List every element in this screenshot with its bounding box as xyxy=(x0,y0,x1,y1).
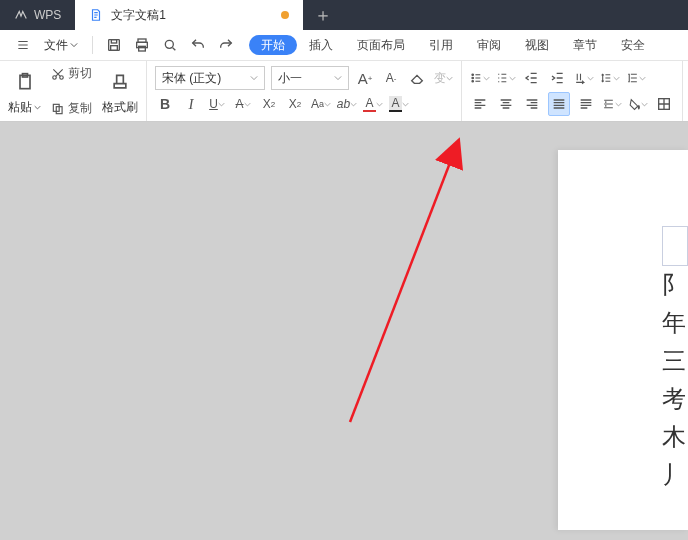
para-spacing-button[interactable] xyxy=(602,93,622,115)
print-button[interactable] xyxy=(133,36,151,54)
tab-references[interactable]: 引用 xyxy=(417,30,465,60)
line-spacing-button[interactable] xyxy=(600,67,620,89)
svg-rect-1 xyxy=(111,40,116,43)
align-dist-icon xyxy=(578,96,594,112)
file-menu[interactable]: 文件 xyxy=(38,37,84,54)
text-effect-button[interactable]: ab xyxy=(337,93,357,115)
tab-view[interactable]: 视图 xyxy=(513,30,561,60)
change-case-button[interactable]: Aa xyxy=(311,93,331,115)
save-button[interactable] xyxy=(105,36,123,54)
format-brush-label: 格式刷 xyxy=(102,98,138,117)
font-name-select[interactable]: 宋体 (正文) xyxy=(155,66,265,90)
document-tab[interactable]: 文字文稿1 xyxy=(75,0,303,30)
eraser-icon xyxy=(409,70,425,86)
para-space-icon xyxy=(602,96,615,112)
tab-icon xyxy=(626,70,639,86)
copy-icon xyxy=(51,102,65,116)
bold-button[interactable]: B xyxy=(155,93,175,115)
italic-button[interactable]: I xyxy=(181,93,201,115)
strikethrough-button[interactable]: A xyxy=(233,93,253,115)
grow-font-button[interactable]: A+ xyxy=(355,67,375,89)
page-content: 阝 年 三 考 木 丿 xyxy=(662,226,688,494)
scissors-icon xyxy=(51,67,65,81)
file-menu-label: 文件 xyxy=(44,37,68,54)
svg-point-14 xyxy=(472,77,474,79)
unsaved-dot-icon xyxy=(281,11,289,19)
decrease-indent-button[interactable] xyxy=(522,67,542,89)
document-page[interactable]: 阝 年 三 考 木 丿 xyxy=(558,150,688,530)
tab-security[interactable]: 安全 xyxy=(609,30,657,60)
font-size-select[interactable]: 小一 xyxy=(271,66,349,90)
text-direction-button[interactable] xyxy=(574,67,594,89)
align-right-button[interactable] xyxy=(522,93,542,115)
font-color-button[interactable]: A xyxy=(363,93,383,115)
superscript-button[interactable]: X2 xyxy=(259,93,279,115)
svg-rect-2 xyxy=(111,46,118,51)
svg-point-13 xyxy=(472,74,474,76)
paste-label[interactable]: 粘贴 xyxy=(8,98,41,117)
group-font: 宋体 (正文) 小一 A+ A- 变 B I U A X2 X2 Aa xyxy=(147,61,462,121)
separator xyxy=(92,36,93,54)
cut-button[interactable]: 剪切 xyxy=(49,65,94,82)
bullets-icon xyxy=(470,70,483,86)
chevron-down-icon xyxy=(334,71,342,85)
svg-point-15 xyxy=(472,80,474,82)
app-name: WPS xyxy=(34,8,61,22)
tab-insert[interactable]: 插入 xyxy=(297,30,345,60)
align-justify-button[interactable] xyxy=(548,92,570,116)
paste-button[interactable] xyxy=(8,65,41,98)
borders-button[interactable] xyxy=(654,93,674,115)
border-icon xyxy=(656,96,672,112)
tab-section[interactable]: 章节 xyxy=(561,30,609,60)
text-dir-icon xyxy=(574,70,587,86)
shrink-font-button[interactable]: A- xyxy=(381,67,401,89)
chevron-down-icon xyxy=(250,71,258,85)
align-left-button[interactable] xyxy=(470,93,490,115)
numbering-icon xyxy=(496,70,509,86)
tab-start[interactable]: 开始 xyxy=(249,35,297,55)
align-justify-icon xyxy=(551,96,567,112)
underline-button[interactable]: U xyxy=(207,93,227,115)
hamburger-button[interactable] xyxy=(10,38,36,52)
group-clipboard: 粘贴 剪切 复制 格式刷 xyxy=(0,61,147,121)
svg-line-17 xyxy=(350,142,458,422)
new-tab-button[interactable]: ＋ xyxy=(303,0,343,30)
redo-button[interactable] xyxy=(217,36,235,54)
highlight-button[interactable]: A xyxy=(389,93,409,115)
dec-indent-icon xyxy=(524,70,540,86)
line-space-icon xyxy=(600,70,613,86)
align-center-icon xyxy=(498,96,514,112)
phonetic-guide-button[interactable]: 变 xyxy=(433,67,453,89)
chevron-down-icon xyxy=(34,104,41,111)
shading-button[interactable] xyxy=(628,93,648,115)
copy-button[interactable]: 复制 xyxy=(49,100,94,117)
subscript-button[interactable]: X2 xyxy=(285,93,305,115)
tab-pagelayout[interactable]: 页面布局 xyxy=(345,30,417,60)
doc-tab-label: 文字文稿1 xyxy=(111,7,273,24)
clear-format-button[interactable] xyxy=(407,67,427,89)
bullets-button[interactable] xyxy=(470,67,490,89)
print-preview-button[interactable] xyxy=(161,36,179,54)
align-distributed-button[interactable] xyxy=(576,93,596,115)
format-brush-button[interactable] xyxy=(102,65,138,98)
align-left-icon xyxy=(472,96,488,112)
tab-review[interactable]: 审阅 xyxy=(465,30,513,60)
svg-point-6 xyxy=(165,40,173,48)
bucket-icon xyxy=(628,96,641,112)
tab-stops-button[interactable] xyxy=(626,67,646,89)
align-right-icon xyxy=(524,96,540,112)
align-center-button[interactable] xyxy=(496,93,516,115)
group-paragraph xyxy=(462,61,683,121)
wps-logo: WPS xyxy=(0,0,75,30)
brush-icon xyxy=(110,72,130,92)
undo-button[interactable] xyxy=(189,36,207,54)
increase-indent-button[interactable] xyxy=(548,67,568,89)
numbering-button[interactable] xyxy=(496,67,516,89)
inc-indent-icon xyxy=(550,70,566,86)
doc-icon xyxy=(89,8,103,22)
